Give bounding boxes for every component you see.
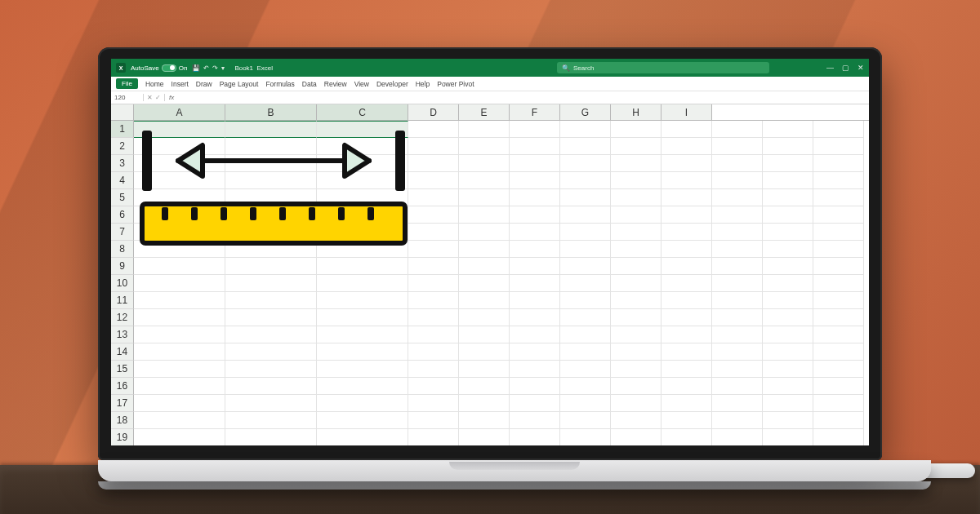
cell[interactable] (813, 429, 864, 445)
cell[interactable] (560, 241, 611, 258)
cell[interactable] (712, 378, 763, 395)
cell[interactable] (662, 378, 712, 395)
cell[interactable] (662, 241, 712, 258)
cell[interactable] (510, 292, 560, 309)
cell[interactable] (225, 275, 317, 292)
cell[interactable] (712, 361, 763, 378)
cell[interactable] (662, 429, 712, 445)
cell[interactable] (408, 172, 459, 189)
cell[interactable] (225, 121, 317, 138)
cell[interactable] (712, 343, 763, 361)
cell[interactable] (662, 155, 712, 172)
cell[interactable] (459, 206, 510, 224)
cell[interactable] (813, 275, 864, 292)
minimize-icon[interactable]: — (826, 64, 834, 72)
cell[interactable] (662, 224, 712, 241)
cell[interactable] (763, 326, 813, 343)
cell[interactable] (225, 206, 317, 224)
row-header[interactable]: 3 (111, 155, 134, 172)
cell[interactable] (813, 326, 864, 343)
cell[interactable] (662, 395, 712, 412)
cell[interactable] (134, 189, 225, 206)
cell[interactable] (510, 361, 560, 378)
cell[interactable] (662, 206, 712, 224)
cell[interactable] (662, 326, 712, 343)
rows-container[interactable]: 12345678910111213141516171819 (111, 121, 869, 445)
cell[interactable] (763, 155, 813, 172)
row-3[interactable]: 3 (111, 155, 869, 172)
tab-file[interactable]: File (116, 78, 138, 89)
cell[interactable] (560, 224, 611, 241)
cell[interactable] (510, 189, 560, 206)
cell[interactable] (459, 378, 510, 395)
cell[interactable] (813, 189, 864, 206)
cell[interactable] (134, 429, 225, 445)
cell[interactable] (317, 241, 408, 258)
cell[interactable] (134, 378, 225, 395)
cell[interactable] (712, 172, 763, 189)
cell[interactable] (459, 395, 510, 412)
row-14[interactable]: 14 (111, 343, 869, 361)
tab-home[interactable]: Home (145, 80, 164, 88)
row-19[interactable]: 19 (111, 429, 869, 445)
cell[interactable] (510, 224, 560, 241)
cell[interactable] (225, 378, 317, 395)
cell[interactable] (611, 275, 662, 292)
cell[interactable] (712, 309, 763, 326)
cell[interactable] (763, 309, 813, 326)
cell[interactable] (225, 395, 317, 412)
cell[interactable] (408, 395, 459, 412)
cell[interactable] (813, 138, 864, 155)
cell[interactable] (459, 343, 510, 361)
cell[interactable] (560, 275, 611, 292)
cell[interactable] (510, 155, 560, 172)
row-header[interactable]: 2 (111, 138, 134, 155)
tab-data[interactable]: Data (302, 80, 317, 88)
col-header-g[interactable]: G (560, 104, 611, 120)
cell[interactable] (510, 395, 560, 412)
cell[interactable] (712, 121, 763, 138)
cell[interactable] (813, 224, 864, 241)
cell[interactable] (459, 155, 510, 172)
cell[interactable] (763, 343, 813, 361)
cell[interactable] (611, 378, 662, 395)
cell[interactable] (763, 241, 813, 258)
row-header[interactable]: 18 (111, 412, 134, 429)
tab-view[interactable]: View (354, 80, 369, 88)
cell[interactable] (317, 292, 408, 309)
maximize-icon[interactable]: ▢ (842, 64, 849, 72)
cell[interactable] (134, 412, 225, 429)
cell[interactable] (459, 429, 510, 445)
cell[interactable] (662, 172, 712, 189)
formula-bar-buttons[interactable]: ✕ ✓ (144, 94, 165, 101)
cell[interactable] (408, 326, 459, 343)
row-header[interactable]: 19 (111, 429, 134, 445)
cell[interactable] (560, 309, 611, 326)
row-5[interactable]: 5 (111, 189, 869, 206)
cell[interactable] (317, 275, 408, 292)
tab-insert[interactable]: Insert (172, 80, 189, 88)
column-headers[interactable]: A B C D E F G H I (111, 104, 869, 121)
row-1[interactable]: 1 (111, 121, 869, 138)
cell[interactable] (408, 206, 459, 224)
cell[interactable] (611, 241, 662, 258)
cell[interactable] (560, 395, 611, 412)
cell[interactable] (134, 395, 225, 412)
cell[interactable] (408, 343, 459, 361)
cell[interactable] (134, 309, 225, 326)
row-header[interactable]: 8 (111, 241, 134, 258)
cell[interactable] (317, 138, 408, 155)
name-box[interactable]: 120 (111, 94, 144, 101)
cell[interactable] (225, 429, 317, 445)
cell[interactable] (712, 258, 763, 275)
close-icon[interactable]: ✕ (858, 64, 864, 72)
cell[interactable] (712, 429, 763, 445)
cell[interactable] (813, 241, 864, 258)
row-header[interactable]: 6 (111, 206, 134, 224)
cell[interactable] (510, 206, 560, 224)
col-header-h[interactable]: H (611, 104, 662, 120)
cell[interactable] (662, 292, 712, 309)
row-header[interactable]: 1 (111, 121, 134, 138)
cell[interactable] (560, 343, 611, 361)
cell[interactable] (560, 412, 611, 429)
